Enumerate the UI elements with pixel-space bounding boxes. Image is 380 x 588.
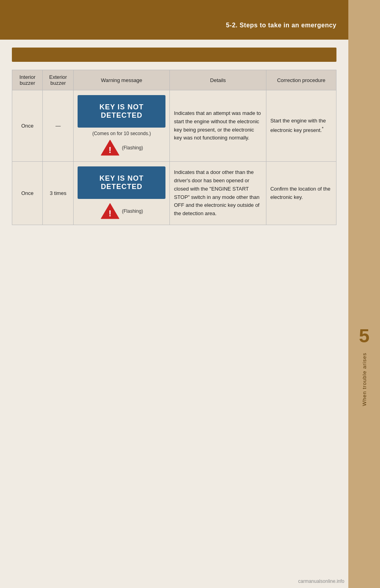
section-bar	[12, 48, 336, 62]
row1-warning-note: (Comes on for 10 seconds.)	[78, 131, 165, 136]
table-row: Once 3 times KEY IS NOT DETECTED ! (Flas…	[12, 162, 336, 225]
row1-correction: Start the engine with the electronic key…	[266, 90, 336, 162]
row1-asterisk: *	[322, 126, 323, 131]
row1-flashing-label: (Flashing)	[122, 145, 143, 151]
row2-flash-row: ! (Flashing)	[78, 202, 165, 220]
sidebar-section-number: 5	[359, 325, 370, 347]
row2-flashing-label: (Flashing)	[122, 208, 143, 214]
header-correction-procedure: Correction procedure	[266, 70, 336, 90]
top-bar	[0, 0, 348, 40]
warning-triangle-icon-2: !	[100, 202, 120, 220]
page-title: 5-2. Steps to take in an emergency	[226, 22, 336, 29]
key-warning-box-1: KEY IS NOT DETECTED	[78, 95, 165, 128]
row1-flash-row: ! (Flashing)	[78, 139, 165, 157]
key-warning-box-2: KEY IS NOT DETECTED	[78, 166, 165, 199]
row1-exterior-buzzer: —	[43, 90, 73, 162]
warning-triangle-icon-1: !	[100, 139, 120, 157]
right-sidebar: 5 When trouble arises	[348, 0, 380, 588]
row1-warning-message: KEY IS NOT DETECTED (Comes on for 10 sec…	[73, 90, 169, 162]
header-warning-message: Warning message	[73, 70, 169, 90]
row1-interior-buzzer: Once	[12, 90, 43, 162]
warning-table: Interior buzzer Exterior buzzer Warning …	[12, 70, 336, 225]
page-header: 5-2. Steps to take in an emergency	[0, 22, 348, 29]
row2-exterior-buzzer: 3 times	[43, 162, 73, 225]
svg-text:!: !	[108, 145, 111, 155]
header-exterior-buzzer: Exterior buzzer	[43, 70, 73, 90]
row2-correction: Confirm the location of the electronic k…	[266, 162, 336, 225]
row2-interior-buzzer: Once	[12, 162, 43, 225]
header-details: Details	[170, 70, 266, 90]
svg-text:!: !	[108, 208, 111, 218]
main-content: Interior buzzer Exterior buzzer Warning …	[12, 48, 336, 225]
header-interior-buzzer: Interior buzzer	[12, 70, 43, 90]
watermark: carmanualsonline.info	[298, 578, 344, 584]
sidebar-section-label: When trouble arises	[361, 353, 367, 406]
row1-details: Indicates that an attempt was made to st…	[170, 90, 266, 162]
row2-details: Indicates that a door other than the dri…	[170, 162, 266, 225]
row2-warning-message: KEY IS NOT DETECTED ! (Flashing)	[73, 162, 169, 225]
table-row: Once — KEY IS NOT DETECTED (Comes on for…	[12, 90, 336, 162]
